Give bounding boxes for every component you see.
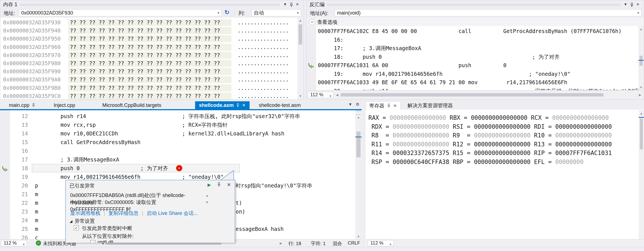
chevron-down-icon[interactable]: ▼: [217, 11, 220, 15]
pin-icon[interactable]: [217, 182, 221, 188]
scroll-down-icon[interactable]: ▼: [205, 200, 209, 204]
error-icon[interactable]: ✕: [176, 165, 182, 171]
scroll-right-icon[interactable]: ▶: [638, 92, 643, 98]
tab-list-chevron-icon[interactable]: ▼: [348, 102, 352, 107]
memory-bytes[interactable]: ?? ?? ?? ?? ?? ?? ?? ?? ?? ?? ?? ?? ?? ?…: [68, 27, 231, 34]
scroll-up-icon[interactable]: ▲: [638, 27, 644, 32]
register-row: RAX = 0000000000000000 RBX = 00000000000…: [368, 114, 609, 122]
pin-icon[interactable]: [288, 0, 294, 9]
memory-bytes[interactable]: ?? ?? ?? ?? ?? ?? ?? ?? ?? ?? ?? ?? ?? ?…: [68, 52, 231, 59]
show-call-stack-link[interactable]: 显示调用堆栈: [70, 210, 100, 217]
disassembly-line[interactable]: 19: mov r14,0021796164656e6fh ; "oneday!…: [307, 70, 644, 78]
disassembly-line[interactable]: 00007FF7F6AC102C E8 45 00 00 00 call Get…: [307, 27, 644, 35]
scroll-up-icon[interactable]: ▲: [355, 115, 362, 120]
pin-icon[interactable]: [387, 103, 390, 109]
exception-settings-header[interactable]: 异常设置: [75, 218, 95, 224]
refresh-icon[interactable]: ↻: [224, 9, 229, 16]
registers-zoom-select[interactable]: 112 % ▼: [368, 240, 394, 246]
chevron-down-icon[interactable]: ▼: [22, 242, 25, 247]
break-checkbox[interactable]: ✓: [74, 225, 79, 230]
close-icon[interactable]: ✕: [635, 0, 641, 9]
disasm-address-input[interactable]: main(void) ▼: [335, 9, 641, 17]
memory-address-input[interactable]: 0x00000032AD35F930 ▼: [19, 9, 222, 17]
module-checkbox-label[interactable]: ntdll.dll: [98, 240, 113, 243]
split-handle[interactable]: [356, 111, 361, 115]
scrollbar-thumb[interactable]: [299, 24, 302, 44]
scroll-left-icon[interactable]: ◀: [335, 92, 340, 98]
memory-title-bar[interactable]: 内存 1 ▼ ✕: [0, 0, 303, 9]
editor-line-16[interactable]: 16: [0, 147, 355, 155]
chevron-down-circle-icon[interactable]: [309, 19, 315, 25]
close-icon[interactable]: ✕: [294, 0, 300, 9]
close-icon[interactable]: ✕: [242, 103, 246, 108]
tab-inject-cpp[interactable]: Inject.cpp: [50, 101, 79, 109]
tab-shellcode-test-asm[interactable]: shellcode-test.asm: [255, 101, 305, 109]
view-options-expander[interactable]: 查看选项: [307, 18, 644, 26]
scroll-up-icon[interactable]: ▲: [205, 194, 209, 198]
disassembly-title-bar[interactable]: 反汇编 ▼ ✕: [307, 0, 644, 9]
editor-zoom-select[interactable]: 112 % ▼: [1, 240, 27, 246]
module-checkbox[interactable]: [90, 240, 95, 243]
memory-bytes[interactable]: ?? ?? ?? ?? ?? ?? ?? ?? ?? ?? ?? ?? ?? ?…: [68, 85, 231, 92]
memory-bytes[interactable]: ?? ?? ?? ?? ?? ?? ?? ?? ?? ?? ?? ?? ?? ?…: [68, 68, 231, 75]
continue-icon[interactable]: ▶: [207, 182, 211, 187]
pin-icon[interactable]: [32, 102, 35, 108]
tab-solution-explorer[interactable]: 解决方案资源管理器: [404, 101, 456, 110]
editor-line-12[interactable]: 12 push r14 ; 字符串压栈, 此时rsp指向"user32\0"字符…: [0, 112, 355, 121]
tab-cppbuild-targets[interactable]: Microsoft.CppBuild.targets: [98, 101, 165, 109]
scroll-right-icon[interactable]: ▶: [278, 240, 283, 246]
window-position-icon[interactable]: ▼: [282, 0, 288, 9]
scrollbar-thumb[interactable]: [356, 132, 361, 157]
tab-main-cpp[interactable]: main.cpp: [5, 101, 39, 109]
close-icon[interactable]: ✕: [393, 103, 397, 108]
registers-content[interactable]: RAX = 0000000000000000 RBX = 00000000000…: [366, 110, 644, 240]
chevron-down-icon[interactable]: ▼: [329, 93, 332, 99]
pin-icon[interactable]: [629, 0, 635, 9]
disassembly-line[interactable]: 20: push r14 ; 字符串压栈, 此时rsp指向"oneday!\0"…: [307, 87, 644, 91]
memory-bytes[interactable]: ?? ?? ?? ?? ?? ?? ?? ?? ?? ?? ?? ?? ?? ?…: [68, 76, 231, 83]
chevron-down-icon[interactable]: ▼: [637, 11, 640, 15]
memory-bytes[interactable]: ?? ?? ?? ?? ?? ?? ?? ?? ?? ?? ?? ?? ?? ?…: [68, 93, 231, 99]
scroll-down-icon[interactable]: ▼: [638, 85, 644, 90]
scrollbar-thumb[interactable]: [640, 119, 643, 149]
chevron-down-icon[interactable]: ▼: [296, 11, 299, 15]
gear-icon[interactable]: ⚙: [356, 102, 359, 107]
editor-vertical-scrollbar[interactable]: ▲ ▼: [355, 110, 362, 240]
disassembly-horizontal-scrollbar[interactable]: ◀ ▶: [335, 92, 643, 98]
expander-triangle-icon[interactable]: ◢: [70, 219, 72, 223]
chevron-down-icon[interactable]: ▼: [389, 242, 392, 247]
disasm-zoom-select[interactable]: 112 % ▼: [308, 92, 333, 98]
scrollbar-thumb[interactable]: [341, 93, 603, 97]
disassembly-line[interactable]: 00007FF7F6AC1031 6A 00 push 0: [307, 61, 644, 69]
editor-line-14[interactable]: 14 mov r10,0DEC21CCDh ; kernel32.dll+Loa…: [0, 129, 355, 138]
disassembly-line[interactable]: 17: ; 3.调用MessageBoxA: [307, 44, 644, 52]
disassembly-line[interactable]: 00007FF7F6AC1033 49 BE 6F 6E 65 64 61 79…: [307, 78, 644, 86]
editor-line-18[interactable]: 18 push 0 ; 为了对齐✕: [0, 164, 355, 173]
disassembly-line[interactable]: 18: push 0 ; 为了对齐: [307, 53, 644, 61]
memory-bytes[interactable]: ?? ?? ?? ?? ?? ?? ?? ?? ?? ?? ?? ?? ?? ?…: [68, 60, 231, 67]
close-icon[interactable]: ✕: [227, 182, 231, 188]
window-position-icon[interactable]: ▼: [622, 0, 629, 9]
editor-line-13[interactable]: 13 mov rcx,rsp ; RCX=字符串指针: [0, 121, 355, 129]
registers-vertical-scrollbar[interactable]: ▲: [639, 110, 644, 240]
memory-bytes[interactable]: ?? ?? ?? ?? ?? ?? ?? ?? ?? ?? ?? ?? ?? ?…: [68, 19, 231, 26]
disassembly-vertical-scrollbar[interactable]: ▲ ▼: [638, 26, 644, 90]
scroll-down-icon[interactable]: ▼: [297, 94, 303, 99]
memory-bytes[interactable]: ?? ?? ?? ?? ?? ?? ?? ?? ?? ?? ?? ?? ?? ?…: [68, 35, 231, 42]
pin-icon[interactable]: [236, 102, 240, 108]
memory-vertical-scrollbar[interactable]: ▲ ▼: [297, 18, 303, 99]
copy-details-link[interactable]: 复制详细信息: [108, 210, 139, 217]
memory-bytes[interactable]: ?? ?? ?? ?? ?? ?? ?? ?? ?? ?? ?? ?? ?? ?…: [68, 44, 231, 51]
columns-select[interactable]: 自动 ▼: [251, 9, 301, 17]
scroll-up-icon[interactable]: ▲: [639, 111, 644, 116]
editor-line-15[interactable]: 15 call GetProcAddressByHash: [0, 138, 355, 147]
disassembly-line[interactable]: 16:: [307, 36, 644, 44]
editor-line-17[interactable]: 17 ; 3.调用MessageBoxA: [0, 155, 355, 164]
scroll-up-icon[interactable]: ▲: [297, 18, 303, 23]
tab-shellcode-asm[interactable]: shellcode.asm ✕: [195, 101, 250, 109]
break-checkbox-label[interactable]: 引发此异常类型时中断: [82, 225, 132, 232]
scrollbar-thumb[interactable]: [640, 56, 643, 66]
tab-registers[interactable]: 寄存器 ✕: [366, 101, 401, 110]
scroll-down-icon[interactable]: ▼: [355, 234, 362, 239]
live-share-link[interactable]: 启动 Live Share 会话...: [146, 210, 198, 217]
